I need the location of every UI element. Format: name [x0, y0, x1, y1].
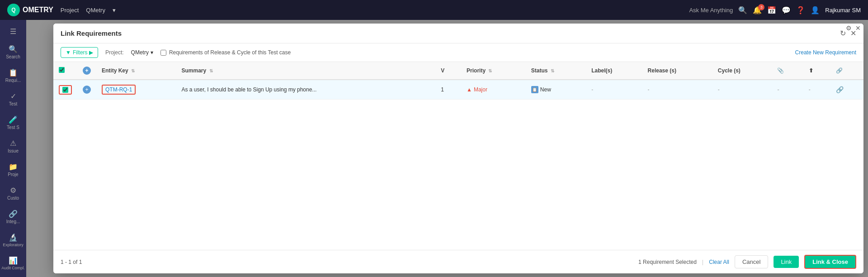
row-checkbox[interactable]	[62, 87, 68, 93]
entity-key-value[interactable]: QTM-RQ-1	[102, 85, 136, 95]
cancel-button[interactable]: Cancel	[735, 255, 768, 268]
sidebar-item-integrations[interactable]: 🔗 Integ...	[0, 206, 26, 228]
row-summary-cell: As a user, I should be able to Sign Up u…	[176, 80, 435, 100]
sidebar-item-exploratory[interactable]: 🔬 Exploratory	[0, 229, 26, 251]
table-body: + QTM-RQ-1 As a user, I should be able t…	[53, 80, 863, 100]
filter-icon: ▼	[66, 49, 71, 56]
th-up: ⬆	[803, 62, 830, 80]
panel-settings-icon[interactable]: ⚙	[846, 24, 852, 32]
user-avatar[interactable]: 👤	[811, 6, 820, 14]
row-checkbox-wrapper	[59, 85, 72, 95]
help-icon[interactable]: ❓	[796, 6, 805, 14]
test-suite-icon: 🧪	[9, 115, 18, 124]
th-priority: Priority ⇅	[461, 62, 526, 80]
th-v: V	[435, 62, 461, 80]
sidebar-item-audit[interactable]: 📊 Audit Compl.	[0, 253, 26, 274]
project-label: Project:	[105, 49, 124, 56]
sort-entity-key-icon[interactable]: ⇅	[131, 68, 135, 73]
up-icon: ⬆	[809, 67, 813, 74]
requirements-table: + Entity Key ⇅ Summary ⇅ V	[53, 62, 863, 100]
row-priority-cell: ▲ Major	[461, 80, 526, 100]
notification-wrapper[interactable]: 🔔 3	[753, 6, 762, 14]
add-row-button[interactable]: +	[83, 67, 91, 75]
row-link-cell[interactable]: 🔗	[830, 80, 863, 100]
row-entity-key-cell: QTM-RQ-1	[96, 80, 176, 100]
sidebar-item-requirements[interactable]: 📋 Requi...	[0, 65, 26, 86]
th-labels: Label(s)	[586, 62, 642, 80]
sidebar-label-issue: Issue	[8, 148, 19, 153]
release-cycle-checkbox[interactable]	[160, 50, 166, 56]
chat-icon[interactable]: 💬	[782, 6, 791, 14]
exploratory-icon: 🔬	[9, 233, 18, 242]
menu-icon: ☰	[10, 27, 16, 36]
filter-button[interactable]: ▼ Filters ▶	[61, 47, 98, 58]
row-up-cell: -	[803, 80, 830, 100]
table-header: + Entity Key ⇅ Summary ⇅ V	[53, 62, 863, 80]
th-release: Release (s)	[642, 62, 712, 80]
th-attach: 📎	[772, 62, 803, 80]
row-attach-cell: -	[772, 80, 803, 100]
integrations-icon: 🔗	[9, 210, 18, 218]
link-close-button[interactable]: Link & Close	[804, 255, 856, 269]
filter-label: Filters ▶	[73, 49, 93, 56]
modal-toolbar: ▼ Filters ▶ Project: QMetry ▾ Requiremen…	[53, 43, 863, 62]
project-dropdown-icon: ▾	[151, 49, 153, 56]
audit-icon: 📊	[9, 256, 18, 265]
sidebar-item-custom[interactable]: ⚙ Custo	[0, 182, 26, 204]
status-value: 📋 New	[531, 86, 580, 93]
footer-divider: |	[702, 258, 703, 265]
main-content: Link Requirements ↻ ✕ ▼ Filters ▶ Projec…	[26, 20, 868, 277]
release-cycle-checkbox-wrap: Requirements of Release & Cycle of this …	[160, 49, 291, 56]
sort-priority-icon[interactable]: ⇅	[488, 68, 492, 73]
th-summary: Summary ⇅	[176, 62, 435, 80]
status-new-icon: 📋	[531, 86, 538, 93]
refresh-icon[interactable]: ↻	[840, 29, 846, 38]
footer-right-actions: 1 Requirement Selected | Clear All Cance…	[638, 255, 856, 269]
priority-label: Major	[474, 86, 487, 93]
link-requirements-modal: Link Requirements ↻ ✕ ▼ Filters ▶ Projec…	[53, 24, 863, 273]
clear-all-button[interactable]: Clear All	[709, 259, 729, 265]
sidebar-item-projects[interactable]: 📁 Proje	[0, 159, 26, 181]
sidebar-label-requ: Requi...	[5, 78, 21, 83]
row-add-button[interactable]: +	[83, 86, 91, 94]
select-all-checkbox[interactable]	[59, 67, 65, 73]
link-header-icon: 🔗	[836, 67, 843, 74]
th-link: 🔗	[830, 62, 863, 80]
search-icon[interactable]: 🔍	[738, 6, 747, 14]
sidebar-item-menu[interactable]: ☰	[0, 24, 26, 39]
search-label: Ask Me Anything	[689, 7, 733, 14]
app-logo: Q OMETRY	[7, 4, 53, 16]
modal-header: Link Requirements ↻ ✕	[53, 24, 863, 43]
calendar-icon[interactable]: 📅	[767, 6, 776, 14]
sidebar-item-search[interactable]: 🔍 Search	[0, 41, 26, 63]
sort-summary-icon[interactable]: ⇅	[209, 68, 213, 73]
th-entity-key: Entity Key ⇅	[96, 62, 176, 80]
nav-qmetry[interactable]: QMetry	[86, 7, 105, 14]
right-panel-icons: ⚙ ✕	[846, 24, 861, 32]
row-v-cell: 1	[435, 80, 461, 100]
nav-dropdown-icon[interactable]: ▾	[113, 7, 116, 14]
sidebar-item-test[interactable]: ✓ Test	[0, 88, 26, 110]
sidebar-item-issues[interactable]: ⚠ Issue	[0, 135, 26, 157]
priority-value: ▲ Major	[467, 86, 520, 93]
logo-text: OMETRY	[23, 6, 53, 14]
row-labels-cell: -	[586, 80, 642, 100]
requirements-table-container: + Entity Key ⇅ Summary ⇅ V	[53, 62, 863, 250]
sidebar-label-test: Test	[9, 101, 17, 106]
project-selector[interactable]: QMetry ▾	[131, 49, 153, 56]
issues-icon: ⚠	[10, 139, 16, 148]
panel-close-icon[interactable]: ✕	[855, 24, 861, 32]
sidebar: ☰ 🔍 Search 📋 Requi... ✓ Test 🧪 Test S ⚠ …	[0, 20, 26, 277]
row-release-cell: -	[642, 80, 712, 100]
logo-icon: Q	[7, 4, 20, 16]
th-add: +	[77, 62, 96, 80]
row-status-cell: 📋 New	[526, 80, 586, 100]
sidebar-label-integ: Integ...	[6, 219, 20, 224]
nav-project[interactable]: Project	[61, 7, 79, 14]
sort-status-icon[interactable]: ⇅	[551, 68, 554, 73]
sidebar-label-audit: Audit Compl.	[1, 266, 25, 270]
create-requirement-link[interactable]: Create New Requirement	[795, 49, 856, 56]
sidebar-label-test-s: Test S	[7, 125, 19, 130]
link-button[interactable]: Link	[774, 256, 799, 268]
sidebar-item-test-suite[interactable]: 🧪 Test S	[0, 112, 26, 134]
